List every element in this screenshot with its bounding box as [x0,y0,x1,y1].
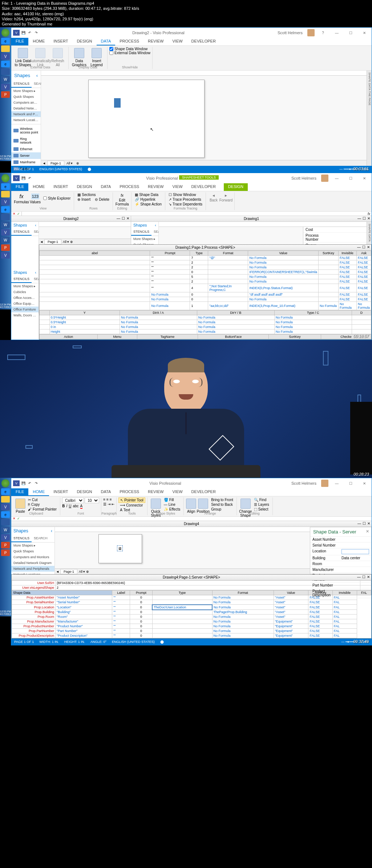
tab-home[interactable]: HOME [28,38,49,45]
insert-button[interactable]: ⊕ Insert [76,197,92,202]
tab-developer[interactable]: DEVELOPER [187,183,220,191]
server-shape[interactable] [114,98,121,108]
field-value[interactable] [339,561,371,567]
user-avatar-icon[interactable] [321,480,328,487]
formulas-button[interactable]: fxFormulas [14,192,29,204]
align-left-icon[interactable]: ≡ [103,497,105,501]
save-icon[interactable]: 💾 [20,480,26,486]
redo-icon[interactable]: ↷ [33,480,39,486]
stencil-item[interactable]: Network and Peripherals [11,566,54,572]
connection-grid[interactable]: YDirX / ADirY / BType / CD 0.5*HeightNo … [39,310,371,334]
stencil-item[interactable]: Office Equipment [11,301,39,307]
redo-icon[interactable]: ↷ [33,30,39,36]
stencil-item[interactable]: Network and Peri... [11,111,41,117]
close-icon[interactable]: ✕ [126,216,129,220]
underline-button[interactable]: U [69,504,71,509]
search-tab[interactable]: SEARCH [32,535,50,542]
indent-icon[interactable]: ⇥ [108,502,110,506]
align-center-icon[interactable]: ≡ [106,497,109,501]
drawing-page[interactable] [88,80,205,158]
forward-button[interactable]: ►Forward [219,192,232,202]
ie-icon[interactable]: e [1,183,10,190]
stencil-item[interactable]: Cubicles [11,289,39,295]
tab-data[interactable]: DATA [97,488,116,496]
cancel-icon[interactable]: ✕ [13,212,16,216]
tab-view[interactable]: VIEW [168,38,187,45]
sections-button[interactable]: ▦ Sections [76,192,111,197]
action-grid[interactable]: ActionMenuTagNameButtonFaceSortKeyChecke [39,334,371,339]
user-avatar-icon[interactable] [307,29,315,36]
shape-action-button[interactable]: ⚡ Shape Action [133,202,163,207]
word-icon[interactable]: W [1,221,10,228]
record-icon[interactable]: ⬤ [88,167,91,171]
stencils-tab[interactable]: STENCILS [131,228,151,236]
bring-front-button[interactable]: Bring to Front [210,497,235,502]
tab-developer[interactable]: DEVELOPER [187,38,220,45]
position-button[interactable]: Position [197,497,210,513]
insert-legend-button[interactable]: Insert Legend [88,47,105,67]
tab-review[interactable]: REVIEW [143,183,168,191]
line-button[interactable]: — Line [162,502,182,507]
tab-view[interactable]: VIEW [168,183,187,191]
save-icon[interactable] [1,519,10,525]
tab-developer[interactable]: DEVELOPER [187,488,220,496]
undo-icon[interactable]: ↶ [27,175,33,181]
tab-file[interactable]: FILE [11,183,28,191]
field-value[interactable] [339,548,371,555]
tab-insert[interactable]: INSERT [49,488,72,496]
tab-design[interactable]: DESIGN [72,38,96,45]
find-button[interactable]: 🔍 Find [252,497,271,502]
minimize-icon[interactable]: — [357,216,361,220]
collapse-icon[interactable]: ‹ [51,528,52,533]
visio-icon[interactable]: V [1,84,10,90]
visio-icon[interactable]: V [1,534,10,541]
visio-icon[interactable]: V [1,252,10,259]
maximize-icon[interactable]: ☐ [363,521,366,525]
tab-view[interactable]: VIEW [168,488,187,496]
ie-icon[interactable]: e [1,488,10,495]
page-tab[interactable]: Page-1 [47,161,64,166]
align-right-icon[interactable]: ≡ [110,497,112,501]
accept-icon[interactable]: ✓ [17,517,20,521]
bullets-icon[interactable]: ☰ [103,502,106,506]
stencils-tab[interactable]: STENCILS [11,276,32,283]
ppt-icon[interactable]: P [1,549,10,556]
explorer-icon[interactable] [1,45,10,52]
show-window-button[interactable]: ☐ Show Window [167,192,204,197]
add-page-icon[interactable]: ⊕ [75,161,81,165]
canvas[interactable]: 🖥 ◄Page-1All ▾ ⊕ [55,527,310,574]
stencils-tab[interactable]: STENCILS [11,80,32,88]
more-shapes-item[interactable]: More Shapes ▸ [11,88,41,94]
tab-design[interactable]: DESIGN [72,183,96,191]
tab-process[interactable]: PROCESS [115,488,143,496]
close-icon[interactable]: ✕ [359,480,370,487]
connector-button[interactable]: ⟶ Connector [118,503,145,508]
maximize-icon[interactable]: ☐ [345,29,356,36]
tab-process[interactable]: PROCESS [115,38,143,45]
back-button[interactable]: ◄Back [208,192,219,202]
word-icon[interactable]: W [1,527,10,533]
help-icon[interactable]: ? [318,29,328,36]
minimize-icon[interactable]: — [357,245,361,249]
minimize-icon[interactable]: — [357,521,361,525]
tab-data[interactable]: DATA [97,38,116,45]
minimize-icon[interactable]: — [331,175,342,182]
paste-button[interactable]: Paste [14,497,27,513]
collapse-icon[interactable]: ‹ [35,270,36,275]
undo-icon[interactable]: ↶ [27,480,33,486]
maximize-icon[interactable]: ☐ [363,216,366,220]
italic-button[interactable]: I [66,504,67,509]
start-button[interactable] [1,479,9,487]
field-value[interactable]: Data center [339,555,371,561]
maximize-icon[interactable]: ☐ [362,245,365,249]
tab-process[interactable]: PROCESS [115,183,143,191]
font-color-button[interactable]: A [80,504,83,509]
record-icon[interactable]: ⬤ [160,640,164,644]
close-icon[interactable]: ✕ [366,529,369,534]
visio-icon[interactable]: V [1,53,10,60]
ppt-icon[interactable]: P [1,91,10,98]
tab-home[interactable]: HOME [28,488,49,496]
ppt-icon[interactable]: P [1,244,10,251]
trace-dependents-button[interactable]: ↘ Trace Dependents [167,202,204,207]
hyperlink-button[interactable]: 🔗 Hyperlink [133,197,163,202]
